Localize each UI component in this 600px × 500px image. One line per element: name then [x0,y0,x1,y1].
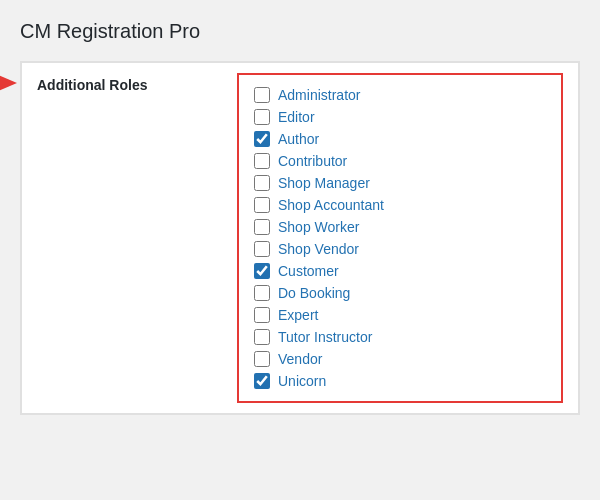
additional-roles-label: Additional Roles [37,73,237,93]
checkbox-shop-accountant[interactable] [254,197,270,213]
role-item-shop-manager: Shop Manager [254,175,546,191]
label-shop-accountant[interactable]: Shop Accountant [278,197,384,213]
role-item-do-booking: Do Booking [254,285,546,301]
checkbox-contributor[interactable] [254,153,270,169]
checkbox-shop-vendor[interactable] [254,241,270,257]
role-item-contributor: Contributor [254,153,546,169]
checkbox-unicorn[interactable] [254,373,270,389]
role-item-vendor: Vendor [254,351,546,367]
label-customer[interactable]: Customer [278,263,339,279]
page-title: CM Registration Pro [20,20,580,43]
label-do-booking[interactable]: Do Booking [278,285,350,301]
checkbox-do-booking[interactable] [254,285,270,301]
label-cell: Additional Roles [37,73,237,93]
checkbox-customer[interactable] [254,263,270,279]
form-table: Additional Roles AdministratorEditorAuth… [20,61,580,415]
checkbox-administrator[interactable] [254,87,270,103]
role-item-shop-accountant: Shop Accountant [254,197,546,213]
role-item-shop-vendor: Shop Vendor [254,241,546,257]
label-shop-worker[interactable]: Shop Worker [278,219,359,235]
role-item-customer: Customer [254,263,546,279]
role-item-editor: Editor [254,109,546,125]
label-shop-vendor[interactable]: Shop Vendor [278,241,359,257]
checkbox-shop-worker[interactable] [254,219,270,235]
checkbox-shop-manager[interactable] [254,175,270,191]
arrow-container [0,63,17,103]
label-author[interactable]: Author [278,131,319,147]
label-unicorn[interactable]: Unicorn [278,373,326,389]
label-shop-manager[interactable]: Shop Manager [278,175,370,191]
checkbox-vendor[interactable] [254,351,270,367]
checkbox-expert[interactable] [254,307,270,323]
role-item-author: Author [254,131,546,147]
checkbox-tutor-instructor[interactable] [254,329,270,345]
role-item-expert: Expert [254,307,546,323]
role-item-administrator: Administrator [254,87,546,103]
checkbox-editor[interactable] [254,109,270,125]
checkbox-author[interactable] [254,131,270,147]
label-contributor[interactable]: Contributor [278,153,347,169]
label-expert[interactable]: Expert [278,307,318,323]
red-arrow-icon [0,63,17,103]
role-item-unicorn: Unicorn [254,373,546,389]
additional-roles-row: Additional Roles AdministratorEditorAuth… [22,63,578,413]
role-item-tutor-instructor: Tutor Instructor [254,329,546,345]
role-item-shop-worker: Shop Worker [254,219,546,235]
label-tutor-instructor[interactable]: Tutor Instructor [278,329,372,345]
label-administrator[interactable]: Administrator [278,87,360,103]
label-editor[interactable]: Editor [278,109,315,125]
svg-marker-1 [0,68,17,98]
label-vendor[interactable]: Vendor [278,351,322,367]
roles-list: AdministratorEditorAuthorContributorShop… [237,73,563,403]
